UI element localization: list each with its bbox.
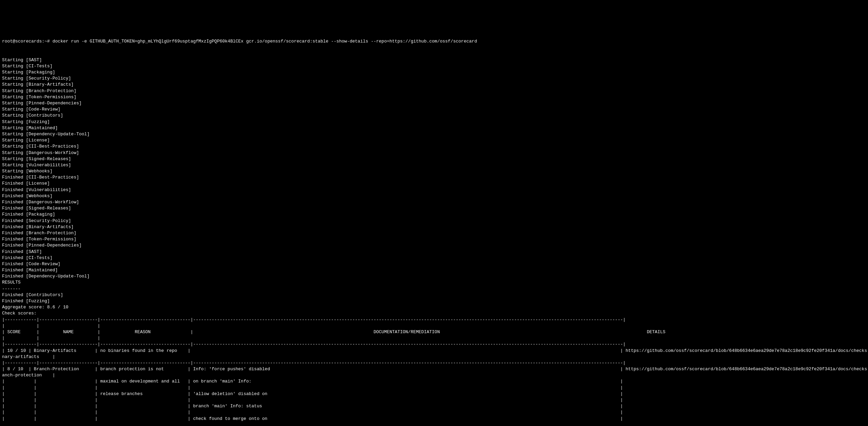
terminal-line: ------- xyxy=(2,286,866,292)
terminal-line: Finished [Pinned-Dependencies] xyxy=(2,242,866,249)
terminal-line: | SCORE | NAME | REASON | DOCUMENTATION/… xyxy=(2,329,866,335)
terminal-line: Starting [Binary-Artifacts] xyxy=(2,82,866,88)
terminal-line: nary-artifacts | xyxy=(2,354,866,360)
terminal-line: Finished [Dependency-Update-Tool] xyxy=(2,273,866,279)
terminal-line: Starting [Signed-Releases] xyxy=(2,156,866,162)
terminal-line: Finished [Contributors] xyxy=(2,292,866,298)
terminal-line: Finished [Binary-Artifacts] xyxy=(2,224,866,230)
terminal-line: |------------|----------------------|---… xyxy=(2,317,866,323)
terminal-line: | | | release branches | 'allow deletion… xyxy=(2,391,866,397)
terminal-line: | | | | xyxy=(2,397,866,403)
terminal-line: | | | xyxy=(2,335,866,341)
terminal-line: | | | xyxy=(2,323,866,329)
terminal-line: Starting [Maintained] xyxy=(2,125,866,131)
terminal-line: Finished [Fuzzing] xyxy=(2,298,866,304)
terminal-line: | | | | branch 'main' Info: status xyxy=(2,403,866,409)
terminal-line: Starting [Contributors] xyxy=(2,113,866,119)
terminal-line: | 10 / 10 | Binary-Artifacts | no binari… xyxy=(2,348,866,354)
terminal-line: Finished [Branch-Protection] xyxy=(2,230,866,236)
terminal-window: root@scorecards:~# docker run -e GITHUB_… xyxy=(2,26,866,426)
terminal-line: Starting [CII-Best-Practices] xyxy=(2,143,866,150)
terminal-line: | | | | xyxy=(2,385,866,391)
terminal-line: Finished [Dangerous-Workflow] xyxy=(2,199,866,205)
terminal-line: Finished [Packaging] xyxy=(2,211,866,218)
terminal-line: | | | maximal on development and all | o… xyxy=(2,378,866,385)
terminal-line: Finished [CI-Tests] xyxy=(2,255,866,261)
terminal-line: Starting [License] xyxy=(2,137,866,143)
terminal-line: Starting [Security-Policy] xyxy=(2,75,866,82)
terminal-line: Finished [Vulnerabilities] xyxy=(2,187,866,193)
terminal-line: Starting [Pinned-Dependencies] xyxy=(2,100,866,106)
terminal-line: | 8 / 10 | Branch-Protection | branch pr… xyxy=(2,366,866,372)
terminal-line: Starting [Webhooks] xyxy=(2,168,866,174)
terminal-line: | | | | xyxy=(2,409,866,415)
terminal-line: |------------|----------------------|---… xyxy=(2,341,866,347)
terminal-line: Starting [Branch-Protection] xyxy=(2,88,866,94)
terminal-line: Finished [Signed-Releases] xyxy=(2,205,866,211)
terminal-line: Finished [Code-Review] xyxy=(2,261,866,267)
terminal-line: Starting [SAST] xyxy=(2,57,866,63)
terminal-line: Finished [CII-Best-Practices] xyxy=(2,174,866,181)
terminal-line: Starting [CI-Tests] xyxy=(2,63,866,69)
terminal-output: Starting [SAST]Starting [CI-Tests]Starti… xyxy=(2,57,866,422)
command-line: root@scorecards:~# docker run -e GITHUB_… xyxy=(2,38,866,45)
terminal-line: Check scores: xyxy=(2,310,866,317)
terminal-line: Starting [Dependency-Update-Tool] xyxy=(2,131,866,137)
terminal-line: Finished [Security-Policy] xyxy=(2,218,866,224)
terminal-line: anch-protection | xyxy=(2,372,866,378)
terminal-line: Finished [Token-Permissions] xyxy=(2,236,866,242)
terminal-line: Starting [Packaging] xyxy=(2,69,866,75)
terminal-line: Starting [Code-Review] xyxy=(2,106,866,113)
terminal-line: |------------|----------------------|---… xyxy=(2,360,866,366)
terminal-line: Finished [Maintained] xyxy=(2,267,866,273)
terminal-line: Starting [Fuzzing] xyxy=(2,119,866,125)
terminal-line: Starting [Vulnerabilities] xyxy=(2,162,866,168)
terminal-line: Starting [Dangerous-Workflow] xyxy=(2,150,866,156)
terminal-line: Finished [Webhooks] xyxy=(2,193,866,199)
terminal-line: Finished [License] xyxy=(2,181,866,187)
terminal-line: | | | | check found to merge onto on xyxy=(2,416,866,422)
terminal-line: Aggregate score: 8.6 / 10 xyxy=(2,304,866,310)
terminal-line: RESULTS xyxy=(2,279,866,286)
terminal-line: Starting [Token-Permissions] xyxy=(2,94,866,100)
terminal-line: Finished [SAST] xyxy=(2,249,866,255)
